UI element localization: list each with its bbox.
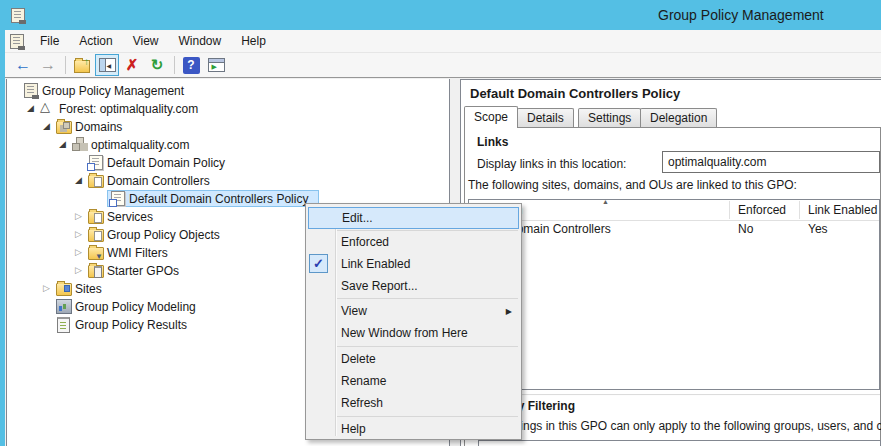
tree-item-label: Forest: optimalquality.com	[59, 102, 198, 116]
tree-item-label: Group Policy Results	[75, 318, 187, 332]
console-child-icon[interactable]	[10, 34, 24, 49]
display-links-label: Display links in this location:	[477, 157, 626, 171]
expander-icon[interactable]	[56, 138, 69, 151]
tree-item-domain-optimalquality[interactable]: optimalquality.com	[7, 136, 447, 154]
menu-separator	[337, 416, 518, 417]
context-menu-refresh[interactable]: Refresh	[308, 392, 519, 414]
show-console-tree-icon	[99, 58, 116, 72]
security-filtering-description: The settings in this GPO can only apply …	[477, 419, 881, 433]
location-dropdown-value: optimalquality.com	[668, 155, 766, 169]
column-divider[interactable]	[729, 201, 730, 219]
context-menu-help[interactable]: Help	[308, 418, 519, 440]
context-menu: Edit... Enforced Link Enabled Save Repor…	[305, 203, 522, 440]
context-menu-view[interactable]: View	[308, 300, 519, 322]
help-icon: ?	[183, 57, 200, 74]
context-menu-link-enabled[interactable]: Link Enabled	[308, 253, 519, 275]
tree-item-domains[interactable]: Domains	[7, 118, 447, 136]
expander-icon[interactable]	[72, 228, 85, 241]
tree-item-label: Default Domain Policy	[107, 156, 225, 170]
context-menu-edit[interactable]: Edit...	[308, 207, 519, 229]
expander-icon[interactable]	[72, 264, 85, 277]
menu-separator	[337, 346, 518, 347]
tree-item-group-policy-management[interactable]: Group Policy Management	[7, 82, 447, 100]
scope-tab-panel: Links Display links in this location: op…	[464, 127, 881, 446]
domain-icon	[72, 137, 87, 150]
context-menu-enforced[interactable]: Enforced	[308, 231, 519, 253]
menu-bar: File Action View Window Help	[5, 30, 881, 53]
window-left-border	[0, 30, 5, 446]
menu-view[interactable]: View	[123, 30, 169, 52]
menu-help[interactable]: Help	[231, 30, 276, 52]
table-row[interactable]: Domain Controllers No Yes	[469, 220, 879, 238]
window-title: Group Policy Management	[658, 7, 824, 23]
forest-icon	[40, 101, 55, 115]
refresh-icon: ↻	[151, 56, 164, 74]
expander-icon[interactable]	[72, 210, 85, 223]
location-dropdown[interactable]: optimalquality.com	[662, 151, 880, 173]
expander-icon[interactable]	[72, 246, 85, 259]
menu-action[interactable]: Action	[69, 30, 122, 52]
up-one-level-button[interactable]	[70, 54, 94, 76]
sites-folder-icon	[56, 283, 72, 296]
tab-scope[interactable]: Scope	[464, 106, 518, 128]
menu-window[interactable]: Window	[169, 30, 232, 52]
refresh-button[interactable]: ↻	[145, 54, 169, 76]
tree-item-label: Domain Controllers	[107, 174, 210, 188]
gpo-link-icon	[111, 191, 125, 206]
tree-item-domain-controllers[interactable]: Domain Controllers	[7, 172, 447, 190]
tree-item-default-domain-policy[interactable]: Default Domain Policy	[7, 154, 447, 172]
links-section-heading: Links	[477, 135, 508, 149]
toolbar-separator	[65, 56, 66, 74]
tab-details[interactable]: Details	[517, 108, 574, 127]
up-one-level-icon	[74, 60, 90, 73]
column-header-enforced[interactable]: Enforced	[738, 203, 786, 217]
delete-icon: ✗	[126, 56, 139, 74]
context-menu-new-window-from-here[interactable]: New Window from Here	[308, 322, 519, 344]
tree-item-label: Default Domain Controllers Policy	[129, 192, 308, 206]
context-menu-save-report[interactable]: Save Report...	[308, 275, 519, 297]
app-gpmc-icon	[11, 8, 25, 23]
gpo-title: Default Domain Controllers Policy	[470, 86, 680, 101]
expander-icon[interactable]	[24, 102, 37, 115]
export-list-icon	[208, 58, 225, 72]
table-header-row: Location Enforced Link Enabled	[469, 200, 879, 221]
tree-item-label: Sites	[75, 282, 102, 296]
toolbar-separator	[174, 56, 175, 74]
back-icon: ←	[15, 56, 31, 74]
column-divider[interactable]	[799, 201, 800, 219]
menu-file[interactable]: File	[30, 30, 69, 52]
tree-item-forest[interactable]: Forest: optimalquality.com	[7, 100, 447, 118]
section-divider	[468, 394, 880, 396]
tree-item-label: optimalquality.com	[91, 138, 189, 152]
tree-item-label: Services	[107, 210, 153, 224]
column-header-link-enabled[interactable]: Link Enabled	[808, 203, 877, 217]
context-menu-rename[interactable]: Rename	[308, 370, 519, 392]
details-pane: Default Domain Controllers Policy Scope …	[460, 79, 881, 446]
gpmc-icon	[24, 83, 38, 98]
tree-item-label: Group Policy Objects	[107, 228, 220, 242]
security-filtering-list[interactable]	[478, 440, 881, 446]
expander-icon[interactable]	[40, 282, 53, 295]
sort-ascending-icon	[602, 198, 609, 205]
submenu-arrow-icon	[506, 307, 512, 316]
delete-button[interactable]: ✗	[120, 54, 144, 76]
tree-item-label: WMI Filters	[107, 246, 168, 260]
expander-icon[interactable]	[40, 120, 53, 133]
context-menu-delete[interactable]: Delete	[308, 348, 519, 370]
help-button[interactable]: ?	[179, 54, 203, 76]
expander-icon[interactable]	[72, 174, 85, 187]
ou-folder-icon	[88, 211, 104, 224]
export-list-button[interactable]	[204, 54, 228, 76]
tree-item-label: Group Policy Modeling	[75, 300, 196, 314]
ou-folder-icon	[88, 175, 104, 188]
tree-item-label: Starter GPOs	[107, 264, 179, 278]
links-table-intro: The following sites, domains, and OUs ar…	[468, 178, 797, 192]
cell-link-enabled: Yes	[808, 222, 828, 236]
forward-button[interactable]: →	[36, 54, 60, 76]
tab-settings[interactable]: Settings	[578, 108, 641, 127]
show-console-tree-button[interactable]	[95, 54, 119, 76]
tab-delegation[interactable]: Delegation	[640, 108, 717, 127]
back-button[interactable]: ←	[11, 54, 35, 76]
tree-item-label: Group Policy Management	[42, 84, 184, 98]
menu-separator	[337, 298, 518, 299]
